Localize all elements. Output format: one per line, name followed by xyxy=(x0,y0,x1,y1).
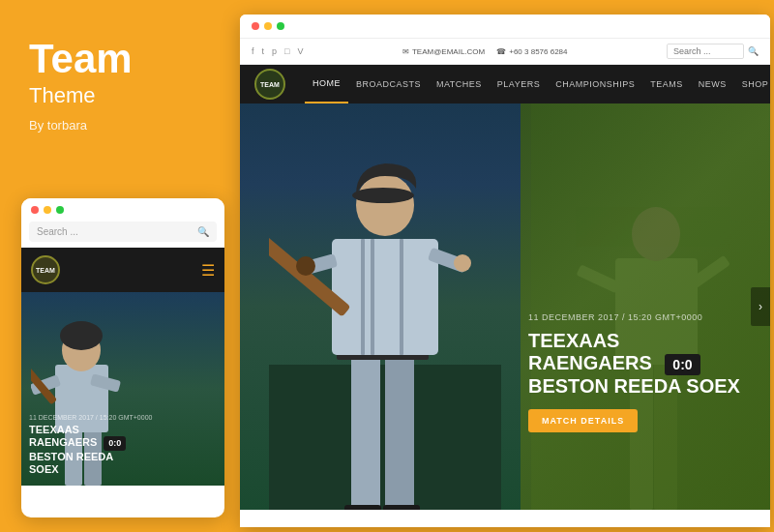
mobile-search-bar[interactable]: Search ... 🔍 xyxy=(29,222,217,242)
desktop-nav: TEAM HOME BROADCASTS MATCHES PLAYERS CHA… xyxy=(240,65,770,103)
svg-rect-10 xyxy=(385,355,414,510)
mobile-nav: TEAM ☰ xyxy=(21,248,224,292)
email-contact: ✉ TEAM@EMAIL.COM xyxy=(402,47,485,56)
svg-rect-29 xyxy=(577,264,621,293)
svg-point-28 xyxy=(632,207,680,261)
hero-teams: TEEXAAS RAENGAERS 0:0 BESTON REEDA SOEX xyxy=(528,330,741,398)
phone-icon: ☎ xyxy=(496,47,506,56)
nav-item-teams[interactable]: TEAMS xyxy=(642,65,691,103)
svg-rect-7 xyxy=(31,344,57,405)
search-icon[interactable]: 🔍 xyxy=(748,46,759,56)
dot-yellow xyxy=(44,206,51,214)
left-panel: Team Theme By torbara Search ... 🔍 TEAM … xyxy=(0,0,237,532)
nav-items: HOME BROADCASTS MATCHES PLAYERS CHAMPION… xyxy=(305,65,770,103)
theme-subtitle: Theme xyxy=(29,83,208,108)
mobile-match-date: 11 DECEMBER 2017 / 15:20 GMT+0000 xyxy=(29,414,217,421)
slider-next-arrow[interactable]: › xyxy=(751,287,770,326)
svg-rect-9 xyxy=(351,355,380,510)
svg-rect-24 xyxy=(383,505,420,510)
desktop-mockup: f t p □ V ✉ TEAM@EMAIL.COM ☎ +60 3 8576 … xyxy=(240,15,770,527)
mobile-search-placeholder: Search ... xyxy=(37,226,78,237)
dot-red xyxy=(31,206,39,214)
mobile-score: 0:0 xyxy=(104,436,126,451)
svg-rect-15 xyxy=(400,239,403,355)
hero-date: 11 DECEMBER 2017 / 15:20 GMT+0000 xyxy=(528,312,741,322)
hero-background: 11 DECEMBER 2017 / 15:20 GMT+0000 TEEXAA… xyxy=(240,103,770,510)
mobile-top-bar xyxy=(21,198,224,222)
svg-point-22 xyxy=(454,254,471,272)
pinterest-icon[interactable]: p xyxy=(272,46,277,56)
svg-point-17 xyxy=(352,188,414,203)
hero-team1: TEEXAAS RAENGAERS 0:0 xyxy=(528,330,741,375)
svg-rect-23 xyxy=(344,505,381,510)
window-dot-green xyxy=(277,22,284,30)
contact-info: ✉ TEAM@EMAIL.COM ☎ +60 3 8576 6284 xyxy=(402,47,568,56)
desktop-window-bar xyxy=(240,15,770,39)
dot-green xyxy=(56,206,64,214)
window-dot-yellow xyxy=(264,22,272,30)
nav-item-players[interactable]: PLAYERS xyxy=(490,65,548,103)
mobile-mockup: Search ... 🔍 TEAM ☰ xyxy=(21,198,224,517)
desktop-logo: TEAM xyxy=(254,69,285,100)
nav-item-championships[interactable]: CHAMPIONSHIPS xyxy=(548,65,642,103)
window-dot-red xyxy=(252,22,259,30)
nav-item-news[interactable]: NEWS xyxy=(691,65,734,103)
email-icon: ✉ xyxy=(402,47,409,56)
vine-icon[interactable]: V xyxy=(297,46,303,56)
search-input[interactable] xyxy=(667,44,744,59)
twitter-icon[interactable]: t xyxy=(262,46,265,56)
nav-item-home[interactable]: HOME xyxy=(305,65,348,103)
svg-point-16 xyxy=(356,174,414,236)
hero-match-info: 11 DECEMBER 2017 / 15:20 GMT+0000 TEEXAA… xyxy=(528,312,741,432)
facebook-icon[interactable]: f xyxy=(252,46,254,56)
desktop-utility-bar: f t p □ V ✉ TEAM@EMAIL.COM ☎ +60 3 8576 … xyxy=(240,39,770,65)
nav-item-shop[interactable]: SHOP xyxy=(734,65,770,103)
hero-score: 0:0 xyxy=(665,354,700,375)
svg-rect-14 xyxy=(371,239,374,355)
desktop-hero: 11 DECEMBER 2017 / 15:20 GMT+0000 TEEXAA… xyxy=(240,103,770,510)
theme-title: Team xyxy=(29,39,208,79)
hamburger-icon[interactable]: ☰ xyxy=(201,261,215,280)
mobile-logo: TEAM xyxy=(31,255,60,284)
mobile-hero: 11 DECEMBER 2017 / 15:20 GMT+0000 TEEXAA… xyxy=(21,292,224,486)
desktop-player-silhouette xyxy=(269,123,501,510)
social-icons: f t p □ V xyxy=(252,46,304,56)
nav-item-matches[interactable]: MATCHES xyxy=(429,65,490,103)
svg-rect-13 xyxy=(361,239,365,355)
nav-item-broadcasts[interactable]: BROADCASTS xyxy=(348,65,429,103)
search-icon: 🔍 xyxy=(197,226,209,237)
instagram-icon[interactable]: □ xyxy=(284,46,289,56)
phone-contact: ☎ +60 3 8576 6284 xyxy=(496,47,567,56)
utility-search[interactable]: 🔍 xyxy=(667,44,759,59)
svg-point-21 xyxy=(296,256,315,276)
svg-rect-12 xyxy=(332,239,438,355)
theme-author: By torbara xyxy=(29,118,208,133)
hero-team2: BESTON REEDA SOEX xyxy=(528,375,741,398)
svg-point-4 xyxy=(60,321,103,350)
mobile-match-teams: TEEXAAS RAENGAERS 0:0 BESTON REEDA SOEX xyxy=(29,424,217,476)
mobile-match-info: 11 DECEMBER 2017 / 15:20 GMT+0000 TEEXAA… xyxy=(29,414,217,476)
match-details-button[interactable]: MATCH DETAILS xyxy=(528,409,638,432)
